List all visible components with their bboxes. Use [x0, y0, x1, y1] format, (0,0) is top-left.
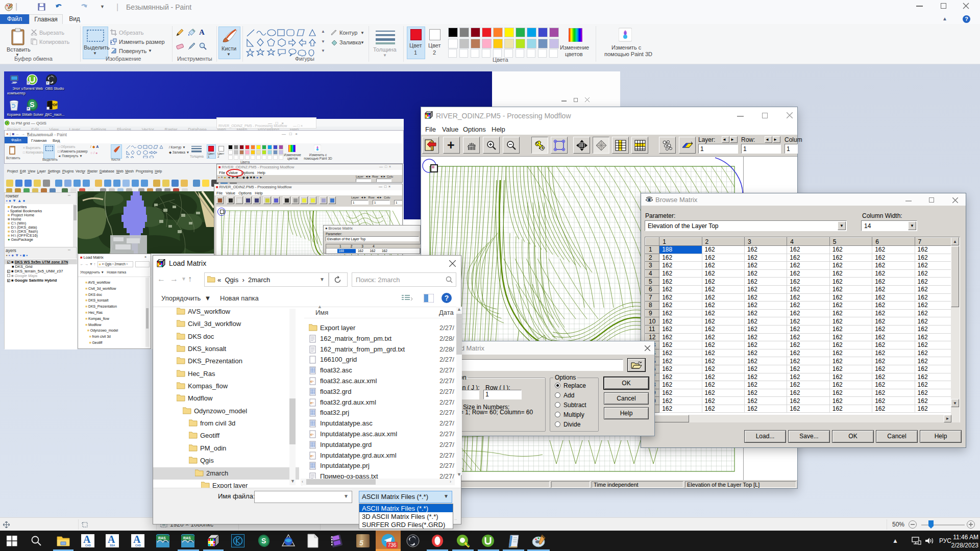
svg-text:e›: e›: [310, 401, 314, 405]
svg-text:e›: e›: [310, 454, 314, 458]
svg-text:Q: Q: [6, 121, 9, 126]
svg-text:e›: e›: [310, 433, 314, 436]
svg-text:S: S: [261, 537, 266, 545]
svg-text:PDF: PDF: [51, 103, 58, 107]
svg-text:RAS: RAS: [183, 536, 191, 540]
svg-text:e›: e›: [310, 380, 314, 383]
svg-text:RAS: RAS: [158, 536, 166, 540]
svg-text:S: S: [30, 101, 34, 109]
